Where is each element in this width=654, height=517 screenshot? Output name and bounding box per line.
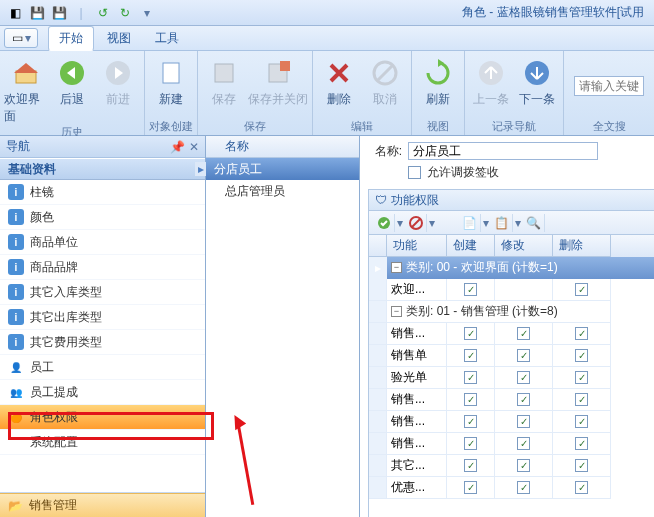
new-icon (155, 57, 187, 89)
delete-button[interactable]: 删除 (317, 53, 361, 119)
grid-check-cell[interactable] (495, 279, 553, 301)
grid-func-cell: 优惠... (387, 477, 447, 499)
grid-check-cell[interactable]: ✓ (447, 345, 495, 367)
grid-func-cell: 销售... (387, 323, 447, 345)
grid-col-func[interactable]: 功能 (387, 235, 447, 257)
allow-tool[interactable] (373, 214, 395, 232)
save-icon (208, 57, 240, 89)
sidebar-item[interactable]: i商品单位 (0, 230, 205, 255)
save-button: 保存 (202, 53, 246, 119)
paste-tool[interactable]: 📋 (491, 214, 513, 232)
folder-icon: 📂 (8, 499, 23, 513)
refresh-button[interactable]: 刷新 (416, 53, 460, 119)
info-icon: i (8, 184, 24, 200)
grid-check-cell[interactable]: ✓ (495, 323, 553, 345)
more-tool[interactable]: 🔍 (523, 214, 545, 232)
grid-check-cell[interactable]: ✓ (553, 323, 611, 345)
grid-col-modify[interactable]: 修改 (495, 235, 553, 257)
next-button[interactable]: 下一条 (515, 53, 559, 119)
grid-check-cell[interactable]: ✓ (447, 367, 495, 389)
sidebar-item[interactable]: i商品品牌 (0, 255, 205, 280)
copy-tool[interactable]: 📄 (459, 214, 481, 232)
saveclose-icon (262, 57, 294, 89)
sidebar-item[interactable]: 👤员工 (0, 355, 205, 380)
grid-gutter (369, 345, 387, 367)
grid-func-cell: − 类别: 00 - 欢迎界面 (计数=1) (387, 257, 611, 279)
sidebar-item-label: 其它费用类型 (30, 334, 102, 351)
grid-gutter (369, 279, 387, 301)
grid-check-cell[interactable]: ✓ (495, 345, 553, 367)
sidebar-item-label: 角色权限 (30, 409, 78, 426)
grid-check-cell[interactable]: ✓ (447, 411, 495, 433)
sidebar-item[interactable]: i其它出库类型 (0, 305, 205, 330)
grid-gutter (369, 477, 387, 499)
tab-view[interactable]: 视图 (96, 26, 142, 51)
sidebar-item[interactable]: i颜色 (0, 205, 205, 230)
nav-category[interactable]: 基础资料 (0, 158, 205, 180)
grid-check-cell[interactable]: ✓ (447, 455, 495, 477)
grid-check-cell[interactable]: ✓ (553, 455, 611, 477)
pin-icon[interactable]: 📌 (170, 140, 185, 154)
next-icon (521, 57, 553, 89)
window-title: 角色 - 蓝格眼镜销售管理软件[试用 (462, 4, 644, 21)
qat-dropdown-icon[interactable]: ▾ (138, 4, 156, 22)
refresh-icon (422, 57, 454, 89)
name-field[interactable] (408, 142, 598, 160)
deny-tool[interactable] (405, 214, 427, 232)
grid-check-cell[interactable]: ✓ (495, 367, 553, 389)
grid-check-cell[interactable]: ✓ (447, 433, 495, 455)
grid-check-cell[interactable]: ✓ (447, 477, 495, 499)
nav-bottom-category[interactable]: 📂销售管理 (0, 493, 205, 517)
back-button[interactable]: 后退 (50, 53, 94, 125)
redo-icon[interactable]: ↻ (116, 4, 134, 22)
grid-check-cell[interactable]: ✓ (495, 411, 553, 433)
grid-check-cell[interactable]: ✓ (553, 389, 611, 411)
list-row-selected[interactable]: 分店员工 (206, 158, 359, 180)
layout-icon: ▭ (12, 31, 23, 45)
sidebar-item[interactable]: 🟠角色权限 (0, 405, 205, 430)
view-switch-dropdown[interactable]: ▭▾ (4, 28, 38, 48)
save-icon[interactable]: 💾 (28, 4, 46, 22)
search-input[interactable] (574, 76, 644, 96)
grid-check-cell[interactable]: ✓ (553, 411, 611, 433)
saveclose-quick-icon[interactable]: 💾 (50, 4, 68, 22)
grid-check-cell[interactable]: ✓ (553, 345, 611, 367)
sidebar-item-label: 商品品牌 (30, 259, 78, 276)
tab-tool[interactable]: 工具 (144, 26, 190, 51)
sidebar-item[interactable]: i其它费用类型 (0, 330, 205, 355)
grid-col-create[interactable]: 创建 (447, 235, 495, 257)
grid-check-cell[interactable]: ✓ (447, 389, 495, 411)
grid-check-cell[interactable]: ✓ (495, 477, 553, 499)
forward-button: 前进 (96, 53, 140, 125)
tab-start[interactable]: 开始 (48, 26, 94, 51)
prev-icon (475, 57, 507, 89)
grid-check-cell[interactable]: ✓ (553, 477, 611, 499)
grid-gutter (369, 367, 387, 389)
sidebar-item[interactable]: ⚙系统配置 (0, 430, 205, 455)
list-row[interactable]: 总店管理员 (206, 180, 359, 202)
allow-checkbox[interactable] (408, 166, 421, 179)
sidebar-item[interactable]: 👥员工提成 (0, 380, 205, 405)
grid-check-cell[interactable]: ✓ (495, 433, 553, 455)
grid-gutter (369, 389, 387, 411)
undo-icon[interactable]: ↺ (94, 4, 112, 22)
sidebar-item[interactable]: i其它入库类型 (0, 280, 205, 305)
grid-check-cell[interactable]: ✓ (553, 433, 611, 455)
close-icon[interactable]: ✕ (189, 140, 199, 154)
new-button[interactable]: 新建 (149, 53, 193, 119)
grid-check-cell[interactable]: ✓ (495, 455, 553, 477)
grid-check-cell[interactable]: ✓ (495, 389, 553, 411)
grid-check-cell[interactable]: ✓ (553, 279, 611, 301)
info-icon: 👤 (8, 359, 24, 375)
welcome-button[interactable]: 欢迎界面 (4, 53, 48, 125)
sidebar-item[interactable]: i柱镜 (0, 180, 205, 205)
grid-check-cell[interactable]: ✓ (553, 367, 611, 389)
grid-check-cell[interactable]: ✓ (447, 279, 495, 301)
sidebar-item-label: 系统配置 (30, 434, 78, 451)
grid-col-delete[interactable]: 删除 (553, 235, 611, 257)
sidebar-item-label: 商品单位 (30, 234, 78, 251)
list-col-name[interactable]: 名称 (225, 138, 249, 155)
grid-gutter: ▸ (369, 257, 387, 279)
perm-icon: 🛡 (375, 193, 387, 207)
grid-check-cell[interactable]: ✓ (447, 323, 495, 345)
